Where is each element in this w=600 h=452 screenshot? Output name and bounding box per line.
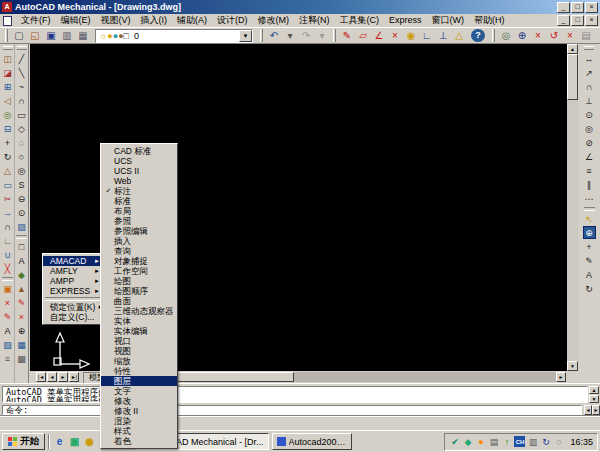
menu-item-standard[interactable]: 标准 [101,196,177,206]
toolbar-grip[interactable] [492,29,495,42]
plot-icon[interactable]: ▦ [75,28,91,43]
menu-item-refedit[interactable]: 参照编辑 [101,226,177,236]
arc-length-icon[interactable]: ∩ [583,80,596,93]
power-copy-icon[interactable]: ▣ [1,282,14,295]
shield-quicklaunch-icon[interactable]: ◉ [83,435,96,448]
menu-item-cad-standards[interactable]: CAD 标准 [101,146,177,156]
tab-nav-button[interactable]: |◄ [36,372,46,382]
canvas-h-scrollbar[interactable]: ◄ ► [114,372,566,382]
menu-item-surfaces[interactable]: 曲面 [101,296,177,306]
menu-item-modify[interactable]: 修改 [101,396,177,406]
radius-icon[interactable]: ⊙ [583,108,596,121]
desktop-quicklaunch-icon[interactable]: ▣ [68,435,81,448]
erase-icon[interactable]: ◪ [1,66,14,79]
messenger-tray-icon[interactable]: ◆ [462,436,473,447]
symmetry-line-icon[interactable]: △ [451,28,467,43]
menu-item-view[interactable]: 视图 [101,346,177,356]
menu-item-draw-order[interactable]: 绘图顺序 [101,286,177,296]
linear-dimension-icon[interactable]: ↔ [583,52,596,65]
menu-item-reference[interactable]: 参照 [101,216,177,226]
toolbar-grip[interactable] [3,46,13,50]
line-icon[interactable]: ╱ [15,52,28,65]
dropdown-arrow-icon[interactable]: ▼ [239,30,252,42]
power-erase-icon[interactable]: × [387,28,403,43]
toolbar-grip[interactable] [584,46,594,50]
extend-icon[interactable]: → [1,206,14,219]
fillet-icon[interactable]: ∪ [1,248,14,261]
menu-item-workspaces[interactable]: 工作空间 [101,266,177,276]
copy-icon[interactable]: ⊞ [1,80,14,93]
menu-item-layers[interactable]: 图层 [101,376,177,386]
menu-item-styles[interactable]: 样式 [101,426,177,436]
toolbar-grip[interactable] [17,46,27,50]
pan-icon[interactable]: ◎ [498,28,514,43]
sync-tray-icon[interactable]: ↻ [540,436,551,447]
menu-bar-item[interactable]: 视图(V) [96,14,136,27]
menu-item-insert[interactable]: 插入 [101,236,177,246]
layer-color-swatch[interactable]: □ [124,31,129,41]
power-edit-icon[interactable]: ✎ [339,28,355,43]
redo-icon[interactable]: ↷ [298,28,314,43]
scroll-down-icon[interactable]: ▼ [567,361,578,371]
construction-line-icon[interactable]: ╲ [15,66,28,79]
menu-item-solids-editing[interactable]: 实体编辑 [101,326,177,336]
power-erase-icon[interactable]: × [1,296,14,309]
trim-icon[interactable]: ✂ [1,192,14,205]
menu-item-solids[interactable]: 实体 [101,316,177,326]
revcloud-icon[interactable]: ◌ [15,136,28,149]
power-dimension-icon[interactable]: ∠ [371,28,387,43]
undo-mark-icon[interactable]: ↺ [546,28,562,43]
restore-button[interactable]: □ [571,2,584,13]
tab-nav-button[interactable]: ►| [69,372,79,382]
menu-item-inquiry[interactable]: 查询 [101,246,177,256]
save-icon[interactable]: ▣ [43,28,59,43]
menu-item-zoom[interactable]: 缩放 [101,356,177,366]
dimension-text-edit-icon[interactable]: A [583,268,596,281]
new-file-icon[interactable]: ▢ [11,28,27,43]
rectangle-icon[interactable]: ▭ [15,108,28,121]
offset-icon[interactable]: ◎ [1,108,14,121]
text-tool-icon[interactable]: A [1,324,14,337]
taskbar-button-folder[interactable]: Autocad2006 Mechnical... [272,433,352,450]
scroll-up-icon[interactable]: ▲ [567,44,578,54]
mtext-icon[interactable]: A [15,254,28,267]
status-tray-icon[interactable]: ○ [553,436,564,447]
undo-icon[interactable]: ↶ [266,28,282,43]
spline-icon[interactable]: S [15,178,28,191]
sheet-icon[interactable]: ▤ [578,28,594,43]
command-history[interactable]: AutoCAD 菜单实用程序已加载。 AutoCAD 菜单实用程序已加载。 [2,386,588,403]
restore-button[interactable]: □ [571,15,584,26]
diameter-icon[interactable]: ⊘ [583,136,596,149]
divide-icon[interactable]: ⊕ [15,324,28,337]
menu-bar-item[interactable]: 文件(F) [16,14,56,27]
menu-item-object-snap[interactable]: 对象捕捉 [101,256,177,266]
ie-quicklaunch-icon[interactable]: e [53,435,66,448]
insert-block-icon[interactable]: ◆ [15,268,28,281]
menu-item-ucs[interactable]: UCS [101,156,177,166]
plot-preview-icon[interactable]: ▥ [59,28,75,43]
menu-item-shade[interactable]: 着色 [101,436,177,446]
scroll-left-icon[interactable]: ◄ [584,405,592,415]
command-h-scrollbar[interactable]: ◄ ► [584,405,599,415]
menu-bar-item[interactable]: 设计(D) [212,14,253,27]
menu-item-customize[interactable]: 自定义(C)... [43,312,104,322]
antivirus-tray-icon[interactable]: ✔ [449,436,460,447]
toolbar-grip[interactable] [333,29,336,42]
delete-icon[interactable]: × [562,28,578,43]
menu-item-text[interactable]: 文字 [101,386,177,396]
menu-item-express[interactable]: EXPRESS ► [43,286,104,296]
tab-nav-button[interactable]: ◄ [47,372,57,382]
rotate-icon[interactable]: ↻ [1,150,14,163]
menu-item-amfly[interactable]: AMFLY ► [43,266,104,276]
chamfer-icon[interactable]: ∟ [1,234,14,247]
layer-on-icon[interactable]: ☼ [99,31,107,41]
aligned-dimension-icon[interactable]: ↗ [583,66,596,79]
erase-icon[interactable]: × [530,28,546,43]
donut-icon[interactable]: ◎ [15,164,28,177]
menu-item-modify2[interactable]: 修改 II [101,406,177,416]
pedit-icon[interactable]: ✎ [15,296,28,309]
tab-nav-button[interactable]: ► [58,372,68,382]
erase2-icon[interactable]: × [15,310,28,323]
menu-bar-item[interactable]: 帮助(H) [469,14,510,27]
baseline-icon[interactable]: ∥ [583,178,596,191]
